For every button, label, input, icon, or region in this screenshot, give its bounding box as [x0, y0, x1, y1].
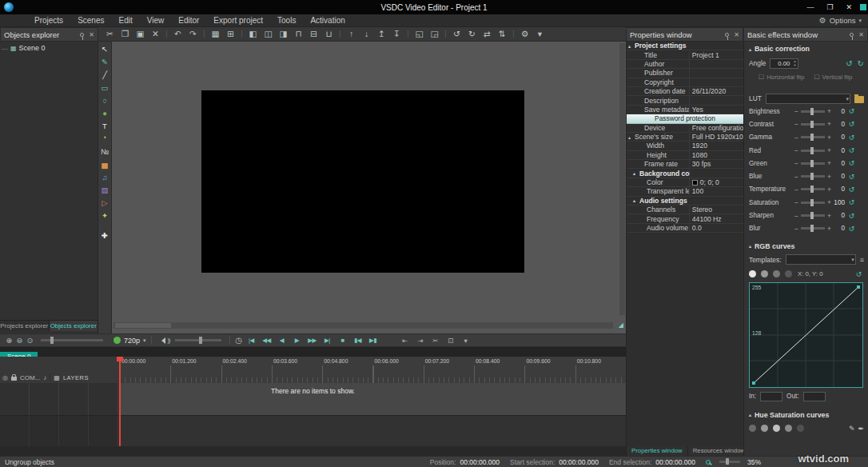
rectangle-tool[interactable]: ▭ — [99, 82, 111, 94]
align-left-icon[interactable]: ◧ — [246, 27, 260, 41]
reset-icon[interactable]: ↺ — [854, 270, 864, 278]
menu-item[interactable]: Projects — [27, 14, 70, 27]
property-row[interactable]: ▴Audio settings — [627, 197, 743, 206]
close-button[interactable]: ✕ — [846, 3, 852, 11]
canvas-vertical-scrollbar[interactable] — [619, 43, 625, 315]
reset-icon[interactable]: ↺ — [846, 198, 857, 206]
playhead[interactable] — [119, 357, 121, 446]
lock-icon[interactable] — [11, 377, 17, 381]
canvas-horizontal-scrollbar[interactable] — [113, 322, 613, 329]
move-down-icon[interactable]: ↓ — [360, 27, 373, 41]
hue-channel-circle[interactable] — [773, 425, 780, 432]
resolution-dropdown-icon[interactable]: ▾ — [143, 337, 146, 344]
property-row[interactable]: ▴Frame rate 30 fps — [627, 160, 743, 169]
timeline-tracks[interactable]: There are no items to show. — [0, 383, 626, 415]
group-hue-saturation-curves[interactable]: ▴ Hue Saturation curves — [749, 409, 864, 421]
flip-checkbox[interactable]: ☐Vertical flip — [814, 74, 852, 81]
video-preview[interactable] — [201, 90, 524, 273]
channel-circle[interactable] — [785, 270, 792, 277]
reset-icon[interactable]: ↺ — [846, 120, 857, 128]
increase-button[interactable]: + — [826, 198, 833, 206]
decrease-button[interactable]: − — [793, 146, 800, 154]
cut-icon[interactable]: ✂ — [103, 27, 117, 41]
animation-tool[interactable]: ✦ — [99, 210, 111, 222]
menu-item[interactable]: Export project — [206, 14, 270, 27]
effect-slider[interactable] — [801, 202, 825, 204]
eyedropper-icon[interactable]: ✒ — [858, 425, 864, 433]
close-icon[interactable]: ✕ — [858, 31, 864, 38]
snap-button[interactable]: ⊡ — [444, 337, 457, 345]
audio-tool[interactable]: ♫ — [99, 172, 111, 183]
counter-tool[interactable]: № — [99, 146, 111, 158]
decrease-button[interactable]: − — [793, 159, 800, 167]
pin-icon[interactable] — [725, 33, 729, 37]
delete-icon[interactable]: ✕ — [149, 27, 162, 41]
effect-slider[interactable] — [801, 136, 825, 138]
flip-checkbox[interactable]: ☐Horizontal flip — [759, 74, 804, 81]
menu-item[interactable]: Tools — [270, 14, 303, 27]
reset-icon[interactable]: ↺ — [846, 186, 857, 194]
visibility-icon[interactable]: ◎ — [2, 374, 8, 381]
property-row[interactable]: ▴Audio volume (dB 0.0 — [627, 224, 743, 233]
timeline-zoom-reset-icon[interactable]: ⊙ — [25, 336, 35, 345]
align-top-icon[interactable]: ⊓ — [292, 27, 305, 41]
increase-button[interactable]: + — [826, 173, 833, 181]
video-tool[interactable]: ▷ — [99, 198, 111, 209]
folder-icon[interactable] — [854, 96, 864, 103]
panel-tab[interactable]: Properties window — [627, 446, 688, 456]
undo-icon[interactable]: ↶ — [171, 27, 185, 41]
separator[interactable]: | — [511, 27, 516, 41]
decrease-button[interactable]: − — [793, 212, 800, 220]
snap-grid-icon[interactable]: ▦ — [209, 27, 222, 41]
increase-button[interactable]: + — [826, 107, 833, 115]
tree-item-scene0[interactable]: — ▦ Scene 0 — [0, 42, 98, 54]
fast-forward-button[interactable]: ▶▶ — [305, 337, 319, 344]
angle-input[interactable]: 0.00 ▲▼ — [770, 58, 798, 69]
menu-item[interactable]: View — [140, 14, 172, 27]
maximize-button[interactable]: ❐ — [826, 3, 833, 11]
hue-channel-circle[interactable] — [749, 425, 756, 432]
templates-select[interactable]: ▾ — [786, 254, 856, 265]
property-row[interactable]: ▴Transparent level 100 — [627, 187, 743, 196]
increase-button[interactable]: + — [826, 134, 833, 142]
rgb-curve-editor[interactable]: 255 128 — [749, 282, 863, 388]
separator[interactable]: | — [337, 27, 343, 41]
flip-horizontal-icon[interactable]: ⇄ — [480, 27, 494, 41]
property-row[interactable]: ▴Background color — [627, 169, 743, 178]
pointer-tool[interactable]: ↖ — [99, 44, 111, 55]
copy-icon[interactable]: ❐ — [118, 27, 132, 41]
reset-icon[interactable]: ↺ — [846, 134, 857, 142]
property-row[interactable]: ▴Copyright — [627, 78, 743, 87]
menu-item[interactable]: Activation — [303, 14, 352, 27]
increase-button[interactable]: + — [826, 225, 833, 233]
hue-channel-circle[interactable] — [761, 425, 768, 432]
hue-channel-circle[interactable] — [797, 425, 804, 432]
reset-icon[interactable]: ↺ — [846, 212, 857, 220]
decrease-button[interactable]: − — [793, 225, 800, 233]
close-icon[interactable]: ✕ — [89, 31, 94, 38]
rotate-ccw-icon[interactable]: ↺ — [846, 59, 852, 68]
volume-slider[interactable] — [175, 339, 221, 341]
tooltip-tool[interactable]: ❛ — [99, 134, 111, 145]
align-right-icon[interactable]: ◨ — [277, 27, 290, 41]
separator[interactable]: | — [405, 27, 411, 41]
property-row[interactable]: ▴Project settings — [627, 42, 743, 50]
effect-slider[interactable] — [801, 150, 825, 152]
align-center-icon[interactable]: ◫ — [261, 27, 275, 41]
increase-button[interactable]: + — [826, 186, 833, 194]
reset-icon[interactable]: ↺ — [846, 225, 857, 233]
timeline-lower-area[interactable] — [0, 415, 626, 446]
settings-gear-icon[interactable]: ⚙ — [518, 27, 532, 41]
paste-icon[interactable]: ▣ — [133, 27, 147, 41]
movement-tool[interactable]: ✚ — [99, 230, 111, 241]
property-row[interactable]: ▴Publisher — [627, 69, 743, 78]
separator[interactable]: | — [443, 27, 448, 41]
playbar-more-dropdown-icon[interactable]: ▾ — [459, 337, 472, 345]
timeline-scale-slider[interactable] — [41, 339, 103, 341]
stop-button[interactable]: ■ — [336, 337, 349, 344]
property-row[interactable]: ▴Title Project 1 — [627, 50, 743, 59]
decrease-button[interactable]: − — [793, 107, 800, 115]
set-end-marker-button[interactable]: ⇥ — [413, 337, 427, 345]
text-tool[interactable]: T — [99, 121, 111, 132]
decrease-button[interactable]: − — [793, 173, 800, 181]
